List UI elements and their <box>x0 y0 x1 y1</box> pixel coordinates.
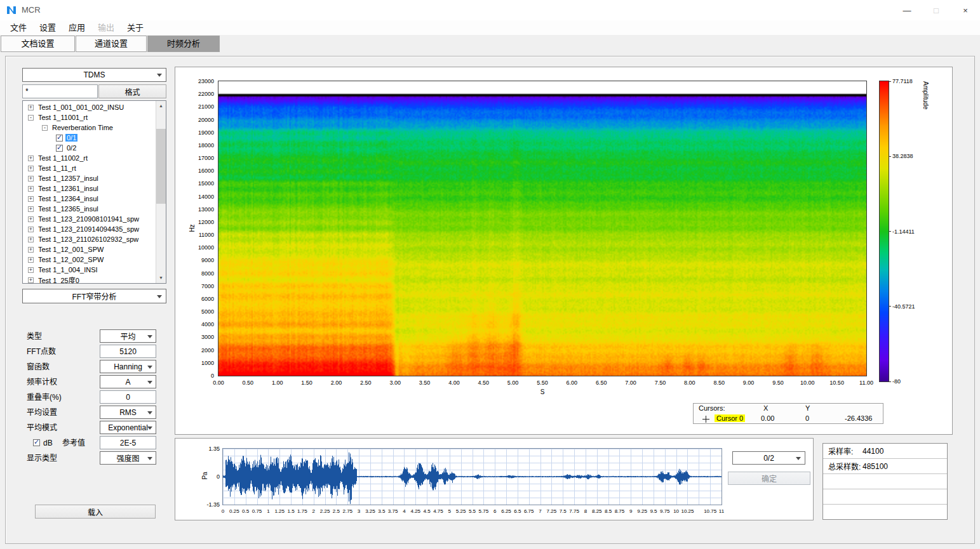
field-input[interactable]: 2E-5 <box>100 436 156 449</box>
colorbar-tick-label: -1.14411 <box>889 228 915 235</box>
confirm-button[interactable]: 确定 <box>728 472 810 485</box>
tree-item[interactable]: +Test 1_12364_insul <box>23 194 156 204</box>
tree-item[interactable]: 0/1 <box>23 133 156 143</box>
format-button[interactable]: 格式 <box>98 84 166 98</box>
expand-icon[interactable]: + <box>28 186 34 192</box>
tab-channel-settings[interactable]: 通道设置 <box>76 36 147 52</box>
tree-item[interactable]: +Test 1_11002_rt <box>23 153 156 163</box>
field-select[interactable]: Exponential <box>100 421 156 434</box>
tree-item-label: Test 1_11_rt <box>37 164 77 172</box>
tree-item[interactable]: +Test 1_25度0 <box>23 275 156 284</box>
tree-item[interactable]: +Test 1_11_rt <box>23 163 156 173</box>
wave-x-tick-label: 6.75 <box>524 508 534 514</box>
filter-input[interactable] <box>22 84 98 98</box>
cursor-name-badge[interactable]: Cursor 0 <box>715 414 745 422</box>
tree-item[interactable]: +Test 1_12_001_SPW <box>23 244 156 255</box>
load-button[interactable]: 载入 <box>35 505 156 519</box>
minimize-button[interactable]: — <box>892 0 922 20</box>
spectro-y-tick-label: 5000 <box>201 308 214 315</box>
form-row: FFT点数5120 <box>22 345 166 359</box>
field-select[interactable]: 平均 <box>100 329 156 343</box>
expand-icon[interactable]: + <box>28 206 34 212</box>
tree-item-label: Test 1_11001_rt <box>37 114 89 121</box>
wave-x-tick-label: 4 <box>403 508 405 514</box>
field-select[interactable]: A <box>100 375 156 388</box>
field-input[interactable]: 5120 <box>100 345 156 358</box>
menu-item-output[interactable]: 输出 <box>91 20 121 35</box>
collapse-icon[interactable]: - <box>28 115 34 121</box>
wave-x-tick-label: 8.25 <box>592 508 602 514</box>
menu-item-about[interactable]: 关于 <box>121 20 150 35</box>
expand-icon[interactable]: + <box>28 176 34 182</box>
channel-select[interactable]: 0/2 <box>732 451 805 465</box>
colorbar-tick-label: 77.7118 <box>889 78 913 84</box>
tree-item[interactable]: +Test 1_12361_insul <box>23 183 156 194</box>
colorbar-tick-text: -40.5721 <box>892 303 915 310</box>
tree-item[interactable]: +Test 1_123_210914094435_spw <box>23 224 156 234</box>
tree-item[interactable]: +Test 1_123_210908101941_spw <box>23 214 156 224</box>
tree-item[interactable]: +Test 1_12357_insul <box>23 173 156 183</box>
tree-checkbox[interactable] <box>56 145 63 152</box>
spectro-y-tick-label: 12000 <box>198 219 214 225</box>
wave-x-tick-label: 10.75 <box>704 508 716 514</box>
menu-item-apply[interactable]: 应用 <box>62 20 91 35</box>
field-select[interactable]: RMS <box>100 406 156 419</box>
spectrogram-panel: Hz 2300022000210002000019000180001700016… <box>175 67 953 435</box>
format-select[interactable]: TDMS <box>22 68 166 82</box>
spectro-y-tick-label: 23000 <box>198 78 214 84</box>
scroll-down-icon[interactable]: ▼ <box>156 273 166 283</box>
spectro-x-tick-label: 5.50 <box>537 380 548 386</box>
field-label: 重叠率(%) <box>27 390 62 404</box>
expand-icon[interactable]: + <box>28 267 34 273</box>
colorbar-tick-mark <box>889 231 891 232</box>
maximize-button[interactable]: □ <box>922 0 951 20</box>
expand-icon[interactable]: + <box>28 105 34 110</box>
tree-checkbox[interactable] <box>56 135 63 142</box>
scrollbar-thumb[interactable] <box>156 129 166 204</box>
expand-icon[interactable]: + <box>28 216 34 222</box>
tree-item-label: Test 1_12364_insul <box>37 195 100 202</box>
menu-item-settings[interactable]: 设置 <box>33 20 62 35</box>
field-input[interactable]: 0 <box>100 390 156 404</box>
collapse-icon[interactable]: - <box>42 125 48 131</box>
field-select[interactable]: 强度图 <box>100 451 156 465</box>
info-value: 485100 <box>863 462 888 471</box>
expand-icon[interactable]: + <box>28 166 34 171</box>
tree-item[interactable]: +Test 1_12_002_SPW <box>23 255 156 265</box>
expand-icon[interactable]: + <box>28 227 34 232</box>
expand-icon[interactable]: + <box>28 155 34 161</box>
expand-icon[interactable]: + <box>28 237 34 242</box>
spectrogram-canvas[interactable] <box>218 81 866 376</box>
tree-item[interactable]: -Reverberation Time <box>23 122 156 133</box>
tree-scrollbar[interactable]: ▲ ▼ <box>156 101 166 283</box>
expand-icon[interactable]: + <box>28 247 34 253</box>
wave-x-tick-label: 3.25 <box>365 508 375 514</box>
wave-x-tick-label: 0.5 <box>242 508 249 514</box>
expand-icon[interactable]: + <box>28 277 34 283</box>
tab-time-frequency-analysis[interactable]: 时频分析 <box>147 36 220 52</box>
expand-icon[interactable]: + <box>28 196 34 202</box>
wave-x-tick-label: 7 <box>539 508 541 514</box>
menu-item-file[interactable]: 文件 <box>4 20 33 35</box>
db-checkbox[interactable] <box>33 439 40 446</box>
tree-item[interactable]: 0/2 <box>23 143 156 153</box>
tree-item[interactable]: +Test 1_001_001_002_INSU <box>23 102 156 112</box>
spectro-x-tick-label: 9.50 <box>772 380 784 386</box>
tree-item[interactable]: +Test 1_1_004_INSI <box>23 265 156 275</box>
analysis-type-select[interactable]: FFT窄带分析 <box>22 289 166 303</box>
spectro-x-tick-label: 10.00 <box>800 380 815 386</box>
spectro-x-tick-label: 0.00 <box>213 380 224 386</box>
expand-icon[interactable]: + <box>28 257 34 263</box>
waveform-canvas[interactable] <box>223 449 722 505</box>
tree-item[interactable]: -Test 1_11001_rt <box>23 112 156 122</box>
tab-document-settings[interactable]: 文档设置 <box>1 36 75 52</box>
tree-item[interactable]: +Test 1_12365_insul <box>23 204 156 214</box>
spectro-x-tick-label: 7.50 <box>655 380 666 386</box>
tree-item[interactable]: +Test 1_123_211026102932_spw <box>23 234 156 244</box>
scroll-up-icon[interactable]: ▲ <box>156 101 166 111</box>
field-select[interactable]: Hanning <box>100 360 156 373</box>
close-button[interactable]: × <box>951 0 980 20</box>
titlebar: MCR — □ × <box>0 0 980 20</box>
wave-x-tick-label: 7.75 <box>569 508 579 514</box>
field-label: FFT点数 <box>27 345 56 359</box>
